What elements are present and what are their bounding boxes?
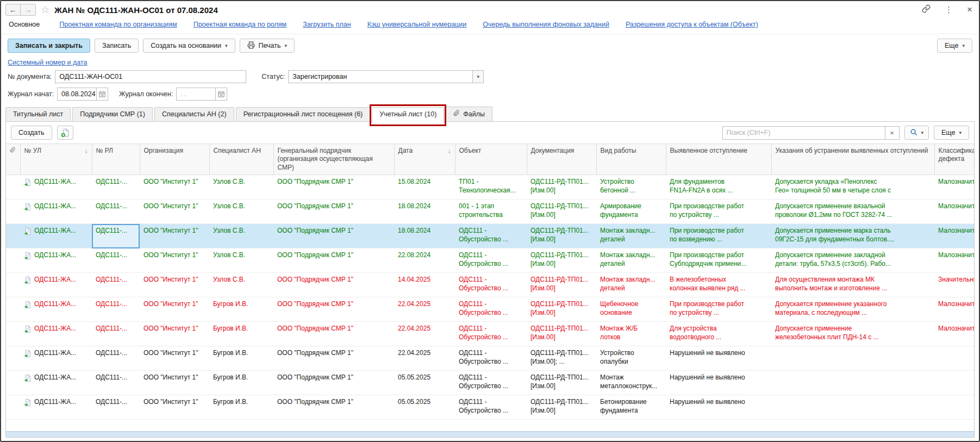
back-button[interactable]: ← [5,4,21,16]
cell-ul-number: ОДС111-ЖА... [20,200,92,224]
more-button-list[interactable]: Еще ▾ [934,126,969,140]
column-object[interactable]: Объект [455,144,527,175]
table-row[interactable]: ОДС111-ЖА... ОДС111-... ООО "Институт 1"… [6,273,974,297]
tab-smr-contractors[interactable]: Подрядчики СМР (1) [72,107,153,121]
cell-rl-number: ОДС111-... [92,200,140,224]
nav-link-background-jobs[interactable]: Очередь выполнения фоновых заданий [483,21,609,28]
document-posted-icon [24,349,32,359]
table-row[interactable]: ОДС111-ЖА... ОДС111-... ООО "Институт 1"… [6,175,974,200]
document-posted-icon [24,325,32,335]
favorite-star-icon[interactable]: ☆ [41,5,49,15]
column-organization[interactable]: Организация [140,144,209,175]
save-and-close-button[interactable]: Записать и закрыть [8,39,90,53]
column-instructions[interactable]: Указания об устранении выявленных отступ… [771,144,934,175]
table-row[interactable]: ОДС111-ЖА... ОДС111-... ООО "Институт 1"… [6,224,974,248]
cell-deviation: Нарушений не выявлено [666,395,771,420]
table-row[interactable]: ОДС111-ЖА... ОДС111-... ООО "Институт 1"… [6,322,974,346]
link-icon[interactable] [922,4,931,15]
table-row[interactable]: ОДС111-ЖА... ОДС111-... ООО "Институт 1"… [6,200,974,224]
chevron-down-icon: ▾ [477,74,480,79]
cell-organization: ООО "Институт 1" [140,322,209,346]
cell-instructions: Допускается укладка «Пеноплекс Гео» толщ… [771,175,934,200]
cell-organization: ООО "Институт 1" [140,371,209,395]
cell-object: 001 - 1 этап строительства [455,200,527,224]
search-button[interactable]: ▾ [904,126,929,140]
cell-organization: ООО "Институт 1" [140,200,209,224]
cell-general-contractor: ООО "Подрядчик СМР 1" [273,175,394,200]
cell-general-contractor: ООО "Подрядчик СМР 1" [273,395,394,420]
column-rl-number[interactable]: № РЛ [92,144,140,175]
column-date[interactable]: Дата↓ [394,144,455,175]
nav-link-project-team-roles[interactable]: Проектная команда по ролям [193,21,286,28]
search-clear-button[interactable]: × [885,126,900,140]
cell-defect-class [934,395,974,420]
column-documentation[interactable]: Документация [527,144,596,175]
tab-files[interactable]: Файлы [446,107,492,121]
create-copy-icon-button[interactable] [57,126,73,140]
table-row[interactable]: ОДС111-ЖА... ОДС111-... ООО "Институт 1"… [6,371,974,395]
cell-ul-number: ОДС111-ЖА... [20,297,92,322]
table-row[interactable]: ОДС111-ЖА... ОДС111-... ООО "Институт 1"… [6,248,974,273]
cell-date: 22.04.2025 [394,322,455,346]
create-based-on-button[interactable]: Создать на основании ▾ [143,39,235,53]
cell-ul-number: ОДС111-ЖА... [20,371,92,395]
cell-deviation: Нарушений не выявлено [666,371,771,395]
cell-documentation: ОДС111-РД-ТП01... [Изм.00] [527,224,596,248]
calendar-icon[interactable] [96,88,108,101]
more-button-top[interactable]: Еще ▾ [937,39,972,53]
cell-attachment [6,322,20,346]
cell-ul-number: ОДС111-ЖА... [20,273,92,297]
nav-link-numbering-cache[interactable]: Кэш универсальной нумерации [367,21,467,28]
column-defect-class[interactable]: Классификация дефекта [934,144,974,175]
tab-title-sheet[interactable]: Титульный лист [5,107,71,121]
print-button[interactable]: Печать ▾ [240,39,295,53]
table-row[interactable]: ОДС111-ЖА... ОДС111-... ООО "Институт 1"… [6,346,974,371]
tab-accounting-sheet[interactable]: Учетный лист (10) [372,107,444,122]
cell-defect-class: Значительный [934,273,974,297]
tab-an-specialists[interactable]: Специалисты АН (2) [154,107,234,121]
nav-link-access-permissions[interactable]: Разрешения доступа к объектам (Объект) [626,21,758,28]
close-icon[interactable]: × [967,4,972,15]
system-number-link[interactable]: Системный номер и дата [8,59,88,66]
column-general-contractor[interactable]: Генеральный подрядчик (организация осуще… [273,144,394,175]
nav-link-load-plan[interactable]: Загрузить план [303,21,351,28]
tab-files-label: Файлы [463,110,485,118]
status-dropdown-button[interactable]: ▾ [473,70,484,83]
search-input[interactable] [722,126,885,140]
cell-organization: ООО "Институт 1" [140,175,209,200]
column-an-specialist[interactable]: Специалист АН [209,144,273,175]
cell-attachment [6,346,20,371]
cell-rl-number: ОДС111-... [92,273,140,297]
nav-item-main[interactable]: Основное [8,19,43,30]
column-ul-number[interactable]: № УЛ↓ [20,144,92,175]
list-table: № УЛ↓ № РЛ Организация Специалист АН Ген… [6,144,974,431]
save-button[interactable]: Записать [95,39,139,53]
tab-bar: Титульный лист Подрядчики СМР (1) Специа… [1,102,979,121]
forward-button[interactable]: → [21,4,36,16]
search-icon [910,128,917,138]
status-field[interactable]: Зарегистрирован [288,70,473,83]
kebab-menu-icon[interactable]: ⋮ [945,5,953,15]
journal-start-field[interactable]: 08.08.2024 [57,88,96,101]
cell-rl-number[interactable]: ОДС111-... [92,224,140,248]
create-button[interactable]: Создать [11,126,52,140]
column-attachment[interactable] [6,144,20,175]
paperclip-icon [453,110,460,118]
cell-work-type: Устройство бетонной ... [596,175,666,200]
table-row[interactable]: ОДС111-ЖА... ОДС111-... ООО "Институт 1"… [6,297,974,322]
cell-general-contractor: ООО "Подрядчик СМР 1" [273,346,394,371]
cell-an-specialist: Узлов С.В. [209,200,273,224]
journal-end-field[interactable]: . . [176,88,215,101]
cell-documentation: ОДС111-РД-ТП01... [Изм.00] [527,371,596,395]
nav-link-project-team-orgs[interactable]: Проектная команда по организациям [59,21,177,28]
cell-defect-class: Малозначительный [934,175,974,200]
cell-ul-number: ОДС111-ЖА... [20,346,92,371]
cell-work-type: Монтаж Ж/Б лотков [596,322,666,346]
tab-visit-registration[interactable]: Регистрационный лист посещения (6) [236,107,371,121]
doc-number-field[interactable] [55,70,246,83]
column-deviation[interactable]: Выявленное отступление [666,144,771,175]
cell-instructions [771,395,934,420]
table-row[interactable]: ОДС111-ЖА... ОДС111-... ООО "Институт 1"… [6,395,974,420]
calendar-icon[interactable] [215,88,227,101]
column-work-type[interactable]: Вид работы [596,144,666,175]
